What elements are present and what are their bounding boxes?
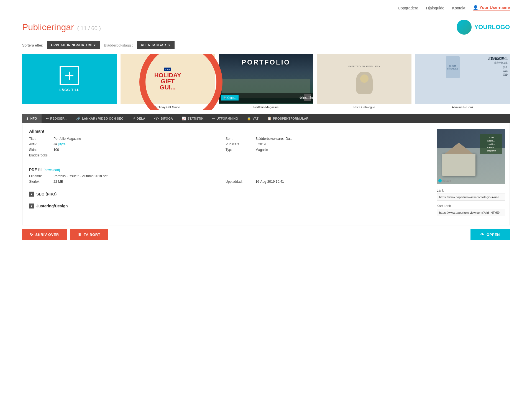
filename-label: Filnamn: — [29, 174, 51, 178]
username-text: Your Username — [479, 5, 510, 10]
share-icon: ↗ — [132, 117, 135, 120]
tab-share-label: DELA — [137, 117, 145, 120]
sort-button[interactable]: UPPLADDNINGSDATUM ▼ — [47, 41, 100, 49]
delete-label: TA BORT — [84, 233, 100, 237]
book-settings-btn-alkaline[interactable]: ⚙ — [500, 101, 508, 108]
tab-design[interactable]: ✏ UTFORMNING — [208, 114, 242, 123]
info-grid: Titel: Portfolio Magazine Spr... Blädder… — [29, 137, 425, 157]
short-link-label: Kort Länk — [437, 204, 505, 208]
link-input[interactable] — [437, 194, 505, 201]
page-title: Publiceringar ( 11 / 60 ) — [22, 22, 101, 32]
book-settings-btn-portfolio[interactable]: ⚙ Inställn... — [304, 94, 311, 101]
sort-value: UPPLADDNINGSDATUM — [51, 43, 92, 47]
tab-prospect-label: PROSPEKTFORMULÄR — [273, 117, 308, 120]
info-right-panel: A fullappre...resid...& com...property R… — [432, 123, 510, 225]
book-portfolio-overlay: 🔍 Öppe... ⚙ Inställn... — [219, 93, 313, 103]
filter-bar: Sortera efter: UPPLADDNINGSDATUM ▼ Blädd… — [0, 37, 532, 53]
action-buttons: ↻ SKRIV ÖVER 🗑 TA BORT 👁 ÖPPEN — [22, 229, 510, 240]
add-book-item[interactable]: + LÄGG TILL — [22, 54, 117, 110]
tab-links-label: LÄNKAR / VIDEO OCH SEO — [82, 117, 124, 120]
tab-stats[interactable]: 📈 STATISTIK — [177, 114, 208, 123]
tab-prospect[interactable]: 📋 PROSPEKTFORMULÄR — [263, 114, 313, 123]
short-link-input[interactable] — [437, 209, 505, 216]
open-label: ÖPPEN — [487, 233, 500, 237]
overwrite-button[interactable]: ↻ SKRIV ÖVER — [22, 229, 67, 240]
seo-label: SEO (PRO) — [36, 192, 57, 196]
pdf-download-link[interactable]: [download] — [44, 168, 60, 172]
title-value: Portfolio Magazine — [53, 137, 223, 141]
info-panel: Allmänt Titel: Portfolio Magazine Spr...… — [22, 123, 510, 225]
tab-embed[interactable]: </> BIFOGA — [150, 114, 177, 123]
pen-icon: ✏ — [221, 56, 224, 60]
edit-icon: ✏ — [46, 117, 49, 120]
open-button[interactable]: 👁 ÖPPEN — [470, 229, 510, 240]
tag-arrow-icon: ▼ — [168, 44, 171, 47]
lang-label: Spr... — [226, 137, 253, 141]
tab-vat[interactable]: 🔒 VAT — [242, 114, 263, 123]
link-label: Länk — [437, 189, 505, 192]
tab-vat-label: VAT — [253, 117, 259, 120]
trash-icon: 🗑 — [78, 233, 82, 237]
link-section: Länk — [437, 189, 505, 201]
design-collapse-icon: ▼ — [29, 204, 34, 208]
tab-share[interactable]: ↗ DELA — [128, 114, 150, 123]
type-value: Magasin — [255, 148, 425, 152]
book-open-btn-portfolio[interactable]: 🔍 Öppe... — [221, 95, 239, 101]
gear-icon-portfolio: ⚙ — [299, 96, 302, 100]
pdf-section: PDF-fil [download] Filnamn: Portfolio - … — [29, 163, 425, 184]
pdf-grid: Filnamn: Portfolio - Issue 5 - Autumn 20… — [29, 174, 425, 184]
upgrade-link[interactable]: Uppgradera — [398, 6, 418, 10]
tab-edit[interactable]: ✏ REDIGER... — [42, 114, 72, 123]
delete-button[interactable]: 🗑 TA BORT — [70, 229, 108, 240]
holiday-title: HOLIDAYGIFTGUI... — [154, 72, 181, 91]
form-icon: 📋 — [267, 117, 272, 120]
seo-collapsible[interactable]: ▼ SEO (PRO) — [29, 188, 425, 200]
price-text: KATE TROUW JEWELLERY — [347, 64, 381, 69]
add-book-card[interactable]: + LÄGG TILL — [22, 54, 117, 104]
pdf-title: PDF-fil [download] — [29, 168, 425, 172]
book-title-portfolio: Portfolio Magazine — [219, 104, 313, 110]
book-item-holiday[interactable]: CAA HOLIDAYGIFTGUI... 🔍 O... ⚙ Holiday G… — [121, 54, 215, 110]
type-label: Typ: — [226, 148, 253, 152]
top-navigation: Uppgradera Hjälpguide Kontakt 👤 Your Use… — [0, 0, 532, 14]
book-item-price[interactable]: KATE TROUW JEWELLERY 🔍 ⚙ Price Catalogue — [317, 54, 411, 110]
gear-icon: ⚙ — [208, 103, 211, 107]
book-item-alkaline[interactable]: personsilhouette 北欧碱式养生 ——生命半衡之道 饮食 运动 关… — [415, 54, 510, 110]
book-item-portfolio[interactable]: PORTFOLIO ✏ 🔍 Öppe... ⚙ Inställn... Port… — [219, 54, 313, 110]
user-icon: 👤 — [473, 5, 478, 10]
search-icon: 🔍 — [321, 103, 325, 106]
search-icon: 🔍 — [125, 103, 128, 106]
book-open-btn[interactable]: 🔍 O... — [123, 102, 136, 107]
tag-button[interactable]: ALLA TAGGAR ▼ — [137, 41, 175, 49]
active-link[interactable]: [Byta] — [58, 142, 66, 146]
contact-link[interactable]: Kontakt — [452, 6, 465, 10]
lang-value: Blädderboksvisare: Da... — [255, 137, 425, 141]
page-header: Publiceringar ( 11 / 60 ) YOURLOGO — [0, 14, 532, 37]
tab-embed-label: BIFOGA — [161, 117, 173, 120]
info-left-panel: Allmänt Titel: Portfolio Magazine Spr...… — [22, 123, 432, 225]
published-label: Publicera... — [226, 142, 253, 146]
pages-value: 100 — [53, 148, 223, 152]
tag-value: ALLA TAGGAR — [141, 43, 166, 47]
help-link[interactable]: Hjälpguide — [426, 6, 444, 10]
books-grid: + LÄGG TILL CAA HOLIDAYGIFTGUI... 🔍 O...… — [0, 54, 532, 110]
pages-label: Sida: — [29, 148, 51, 152]
book-open-btn-price[interactable]: 🔍 — [319, 102, 327, 107]
published-value: ...2019 — [255, 142, 425, 146]
book-open-btn-alkaline[interactable]: 🔍 — [418, 102, 425, 107]
logo-circle — [457, 20, 472, 35]
logo-area: YOURLOGO — [457, 20, 510, 35]
book-preview: A fullappre...resid...& com...property R… — [437, 129, 505, 184]
gear-icon-alkaline: ⚙ — [502, 103, 505, 107]
tab-info[interactable]: ℹ INFO — [22, 114, 42, 123]
eye-icon: 👁 — [480, 233, 484, 237]
tab-links[interactable]: 🔗 LÄNKAR / VIDEO OCH SEO — [72, 114, 128, 123]
lock-icon: 🔒 — [247, 117, 251, 120]
design-collapsible[interactable]: ▼ Justering/Design — [29, 200, 425, 212]
book-settings-btn[interactable]: ⚙ — [206, 101, 213, 108]
portfolio-text: PORTFOLIO — [219, 58, 313, 66]
username-link[interactable]: 👤 Your Username — [473, 5, 510, 11]
plus-icon: + — [60, 66, 79, 85]
active-value: Ja [Byta] — [53, 142, 223, 146]
book-settings-btn-price[interactable]: ⚙ — [402, 101, 409, 108]
